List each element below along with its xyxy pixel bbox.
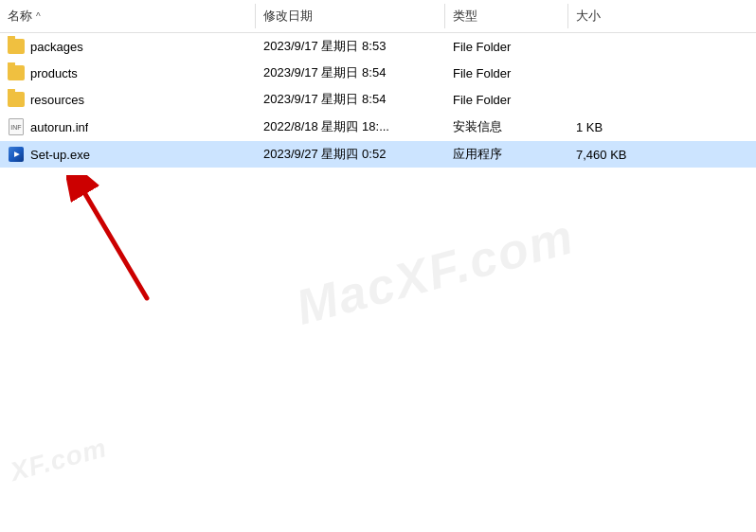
col-header-date[interactable]: 修改日期 [256, 4, 445, 28]
file-explorer: 名称 ^ 修改日期 类型 大小 packages 2023/9/17 星期日 8… [0, 0, 756, 532]
file-type-text: 安装信息 [453, 118, 502, 135]
file-type-text: File Folder [453, 40, 511, 54]
file-type-text: File Folder [453, 66, 511, 80]
file-name-text: packages [30, 40, 83, 54]
file-type-text: File Folder [453, 93, 511, 107]
file-name-col: packages [0, 36, 256, 57]
folder-icon [8, 65, 25, 80]
file-size-col: 1 KB [568, 117, 663, 137]
file-type-col: 应用程序 [445, 143, 568, 166]
file-name-col: ▶ Set-up.exe [0, 143, 256, 166]
file-name-text: Set-up.exe [30, 148, 90, 162]
watermark-main: MacXF.com [290, 207, 580, 336]
arrow-annotation [66, 175, 161, 310]
watermark-secondary: XF.com [8, 433, 111, 488]
col-header-size[interactable]: 大小 [568, 4, 663, 28]
col-header-name[interactable]: 名称 ^ [0, 4, 256, 28]
file-name-col: resources [0, 89, 256, 110]
file-type-col: File Folder [445, 90, 568, 110]
file-date-text: 2023/9/17 星期日 8:54 [263, 64, 386, 81]
sort-arrow-icon: ^ [36, 11, 41, 22]
file-list: packages 2023/9/17 星期日 8:53 File Folder … [0, 33, 756, 168]
file-date-text: 2023/9/17 星期日 8:54 [263, 91, 386, 108]
file-name-text: products [30, 66, 78, 80]
file-date-text: 2023/9/17 星期日 8:53 [263, 38, 386, 55]
file-size-col [568, 70, 663, 76]
col-date-label: 修改日期 [263, 8, 313, 25]
file-name-col: INF autorun.inf [0, 115, 256, 139]
inf-icon: INF [8, 117, 25, 136]
file-date-col: 2023/9/27 星期四 0:52 [256, 143, 445, 166]
table-row[interactable]: INF autorun.inf 2022/8/18 星期四 18:... 安装信… [0, 113, 756, 141]
file-type-col: File Folder [445, 63, 568, 83]
file-size-text: 7,460 KB [576, 148, 627, 162]
file-name-col: products [0, 62, 256, 83]
file-type-col: File Folder [445, 37, 568, 57]
file-name-text: resources [30, 93, 84, 107]
file-type-text: 应用程序 [453, 146, 502, 163]
col-header-type[interactable]: 类型 [445, 4, 568, 28]
file-date-text: 2022/8/18 星期四 18:... [263, 118, 389, 135]
col-name-label: 名称 [8, 8, 32, 25]
table-row[interactable]: ▶ Set-up.exe 2023/9/27 星期四 0:52 应用程序 7,4… [0, 141, 756, 168]
col-type-label: 类型 [453, 8, 477, 25]
file-size-text: 1 KB [576, 120, 603, 134]
file-type-col: 安装信息 [445, 115, 568, 138]
file-name-text: autorun.inf [30, 120, 88, 134]
file-size-col [568, 97, 663, 102]
table-row[interactable]: packages 2023/9/17 星期日 8:53 File Folder [0, 33, 756, 60]
file-date-col: 2023/9/17 星期日 8:54 [256, 62, 445, 84]
file-size-col: 7,460 KB [568, 145, 663, 165]
file-date-text: 2023/9/27 星期四 0:52 [263, 146, 386, 163]
folder-icon [8, 39, 25, 54]
file-size-col [568, 44, 663, 49]
file-date-col: 2023/9/17 星期日 8:53 [256, 35, 445, 58]
file-date-col: 2022/8/18 星期四 18:... [256, 115, 445, 138]
table-row[interactable]: resources 2023/9/17 星期日 8:54 File Folder [0, 86, 756, 113]
folder-icon [8, 92, 25, 107]
table-header: 名称 ^ 修改日期 类型 大小 [0, 0, 756, 33]
svg-line-1 [85, 194, 147, 298]
file-date-col: 2023/9/17 星期日 8:54 [256, 88, 445, 111]
table-row[interactable]: products 2023/9/17 星期日 8:54 File Folder [0, 60, 756, 86]
col-size-label: 大小 [576, 8, 601, 25]
exe-icon: ▶ [8, 146, 25, 163]
